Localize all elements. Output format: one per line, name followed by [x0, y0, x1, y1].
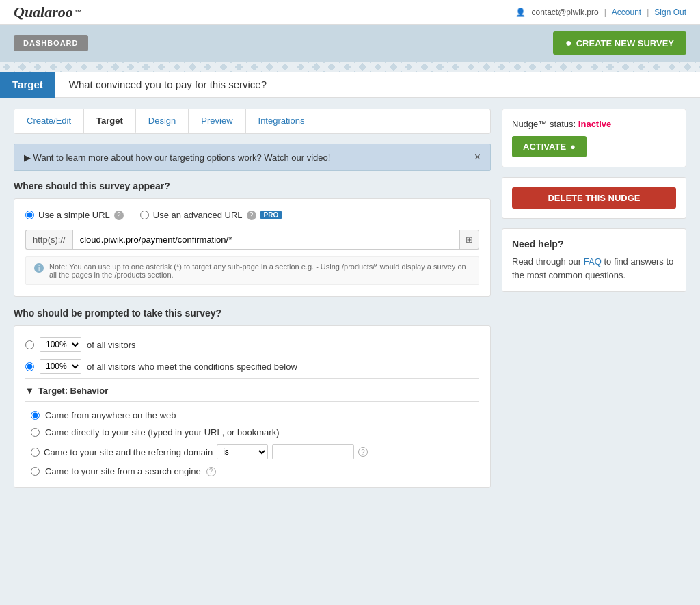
plus-icon: ●: [565, 37, 572, 49]
url-input[interactable]: [72, 230, 460, 250]
url-icon-button[interactable]: ⊞: [460, 230, 479, 250]
separator1: |: [604, 8, 606, 17]
tab-preview[interactable]: Preview: [189, 109, 245, 133]
nudge-status-label: Nudge™ status:: [512, 119, 576, 129]
nudge-status: Nudge™ status: Inactive: [512, 119, 676, 129]
header-right: 👤 contact@piwik.pro | Account | Sign Out: [515, 8, 686, 17]
where-box: Use a simple URL ? Use an advanced URL ?…: [14, 198, 491, 297]
url-input-row: http(s):// ⊞: [25, 230, 479, 250]
behavior-option3-help-icon[interactable]: ?: [358, 447, 368, 457]
help-title: Need help?: [512, 239, 676, 250]
who-option2-radio[interactable]: [25, 362, 34, 371]
behavior-option2-radio[interactable]: [31, 428, 40, 437]
separator2: |: [647, 8, 649, 17]
who-option1-select[interactable]: 100%: [40, 337, 81, 352]
behavior-option3-input[interactable]: [272, 444, 354, 459]
simple-url-radio[interactable]: [25, 211, 34, 219]
info-banner-text: ▶ Want to learn more about how our targe…: [24, 152, 330, 163]
info-banner-close[interactable]: ×: [474, 151, 481, 163]
top-bar: DASHBOARD ● CREATE NEW SURVEY: [0, 25, 700, 62]
zigzag-divider: [0, 62, 700, 72]
behavior-option4-radio[interactable]: [31, 467, 40, 476]
delete-button[interactable]: DELETE THIS NUDGE: [512, 187, 676, 209]
help-text-before: Read through our: [512, 256, 584, 267]
behavior-option3-radio[interactable]: [31, 448, 40, 457]
simple-url-option[interactable]: Use a simple URL ?: [25, 210, 124, 220]
nudge-status-value: Inactive: [578, 119, 611, 129]
who-option2-select[interactable]: 100%: [40, 359, 81, 374]
behavior-section: ▼ Target: Behavior Came from anywhere on…: [25, 386, 479, 476]
logo-text: Qualaroo: [14, 3, 73, 21]
behavior-option3-row: Came to your site and the referring doma…: [31, 444, 479, 459]
survey-title: What convinced you to pay for this servi…: [55, 72, 700, 98]
behavior-option3-prefix: Came to your site and the referring doma…: [44, 447, 213, 457]
main-content: Create/Edit Target Design Preview Integr…: [0, 98, 700, 510]
activate-label: ACTIVATE: [523, 142, 566, 152]
user-icon: 👤: [515, 8, 526, 17]
who-option2-row: 100% of all visitors who meet the condit…: [25, 359, 479, 374]
behavior-option1-row: Came from anywhere on the web: [31, 410, 479, 420]
nudge-status-box: Nudge™ status: Inactive ACTIVATE ●: [502, 109, 686, 167]
tab-create-edit[interactable]: Create/Edit: [14, 109, 84, 133]
behavior-option1-label: Came from anywhere on the web: [45, 410, 176, 420]
info-banner: ▶ Want to learn more about how our targe…: [14, 144, 491, 171]
who-option1-row: 100% of all visitors: [25, 337, 479, 352]
who-box: 100% of all visitors 100% of all visitor…: [14, 325, 491, 488]
activate-button[interactable]: ACTIVATE ●: [512, 136, 587, 157]
behavior-title: Target: Behavior: [38, 386, 108, 396]
behavior-option3-select[interactable]: is is not contains: [217, 444, 268, 459]
behavior-option4-help-icon[interactable]: ?: [206, 467, 216, 476]
who-option1-label: of all visitors: [87, 340, 136, 350]
tab-integrations[interactable]: Integrations: [246, 109, 317, 133]
survey-title-bar: Target What convinced you to pay for thi…: [0, 72, 700, 98]
behavior-header: ▼ Target: Behavior: [25, 386, 479, 402]
logo: Qualaroo ™: [14, 3, 82, 21]
url-prefix: http(s)://: [25, 230, 72, 250]
who-radio-group: 100% of all visitors 100% of all visitor…: [25, 337, 479, 374]
simple-url-label: Use a simple URL: [38, 210, 110, 220]
behavior-option2-label: Came directly to your site (typed in you…: [45, 427, 279, 438]
header: Qualaroo ™ 👤 contact@piwik.pro | Account…: [0, 0, 700, 25]
behavior-option2-row: Came directly to your site (typed in you…: [31, 427, 479, 438]
info-icon: i: [34, 263, 44, 273]
behavior-option4-label: Came to your site from a search engine: [45, 466, 201, 476]
pro-badge: PRO: [260, 211, 282, 219]
who-option1-radio[interactable]: [25, 340, 34, 349]
delete-box: DELETE THIS NUDGE: [502, 177, 686, 219]
tab-target[interactable]: Target: [84, 109, 136, 133]
behavior-option4-row: Came to your site from a search engine ?: [31, 466, 479, 476]
create-survey-button[interactable]: ● CREATE NEW SURVEY: [553, 31, 686, 55]
url-note: i Note: You can use up to one asterisk (…: [25, 256, 479, 285]
left-panel: Create/Edit Target Design Preview Integr…: [14, 109, 491, 499]
behavior-options: Came from anywhere on the web Came direc…: [25, 410, 479, 476]
faq-link[interactable]: FAQ: [584, 256, 602, 267]
survey-tab-label: Target: [0, 72, 55, 98]
advanced-url-help-icon[interactable]: ?: [247, 211, 256, 220]
where-section-title: Where should this survey appear?: [14, 180, 491, 191]
help-box: Need help? Read through our FAQ to find …: [502, 228, 686, 292]
advanced-url-radio[interactable]: [140, 211, 149, 219]
advanced-url-option[interactable]: Use an advanced URL ? PRO: [140, 210, 282, 220]
logo-bird-icon: ™: [75, 8, 82, 16]
collapse-icon[interactable]: ▼: [25, 386, 34, 396]
right-panel: Nudge™ status: Inactive ACTIVATE ● DELET…: [502, 109, 686, 499]
who-section-title: Who should be prompted to take this surv…: [14, 308, 491, 319]
tab-design[interactable]: Design: [136, 109, 189, 133]
activate-icon: ●: [570, 142, 576, 152]
behavior-option1-radio[interactable]: [31, 411, 40, 420]
advanced-url-label: Use an advanced URL: [153, 210, 243, 220]
help-text: Read through our FAQ to find answers to …: [512, 255, 676, 282]
user-email: contact@piwik.pro: [531, 8, 598, 17]
signout-link[interactable]: Sign Out: [654, 8, 686, 17]
who-option2-label: of all visitors who meet the conditions …: [87, 362, 297, 372]
tabs: Create/Edit Target Design Preview Integr…: [14, 109, 491, 134]
account-link[interactable]: Account: [612, 8, 641, 17]
create-survey-label: CREATE NEW SURVEY: [576, 38, 674, 49]
url-options: Use a simple URL ? Use an advanced URL ?…: [25, 210, 479, 220]
dashboard-button[interactable]: DASHBOARD: [14, 35, 88, 51]
url-note-text: Note: You can use up to one asterisk (*)…: [49, 263, 470, 279]
divider1: [25, 378, 479, 379]
simple-url-help-icon[interactable]: ?: [114, 211, 124, 220]
